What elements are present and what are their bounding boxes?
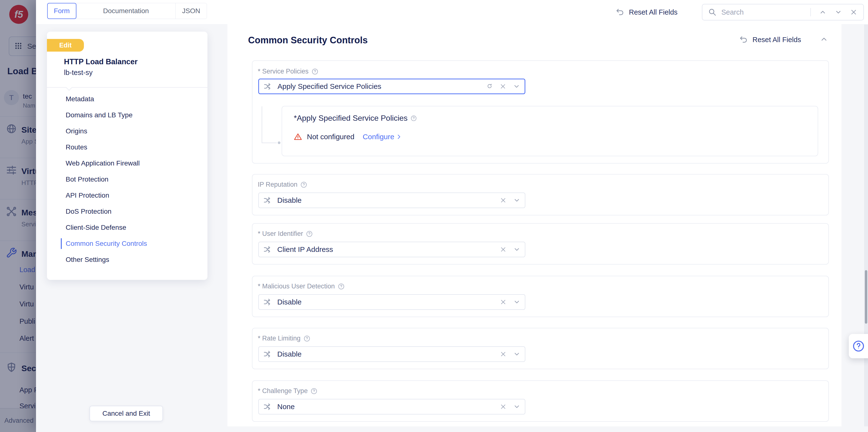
sidebar-item-manage[interactable]: Man	[22, 249, 36, 259]
help-circle-icon[interactable]	[410, 115, 417, 121]
section-collapse-icon[interactable]	[820, 35, 828, 43]
clear-icon[interactable]	[500, 351, 506, 357]
tree-connector	[262, 143, 277, 143]
sidebar-item-sites[interactable]: Sites	[22, 125, 36, 135]
clear-icon[interactable]	[500, 83, 506, 90]
sidebar-item-virtual-subtitle: HTTP	[22, 179, 36, 187]
nav-item-waf[interactable]: Web Application Firewall	[47, 155, 208, 171]
help-fab[interactable]	[849, 334, 868, 358]
tenant-avatar[interactable]: T	[4, 90, 19, 105]
nav-item-label: Bot Protection	[66, 175, 108, 183]
branch-icon	[263, 298, 272, 307]
nav-item-other-settings[interactable]: Other Settings	[47, 252, 208, 268]
object-name: lb-test-sy	[64, 69, 93, 77]
cancel-and-exit-button[interactable]: Cancel and Exit	[90, 406, 163, 421]
nav-item-routes[interactable]: Routes	[47, 139, 208, 155]
configure-link[interactable]: Configure	[363, 133, 402, 141]
reset-all-fields-button[interactable]: Reset All Fields	[616, 0, 678, 24]
chevron-down-icon[interactable]	[513, 350, 521, 358]
scrollbar-track[interactable]	[864, 24, 868, 426]
field-card-malicious-user-detection: * Malicious User Detection Disable	[252, 276, 829, 317]
sliders-icon	[6, 165, 17, 176]
clear-icon[interactable]	[500, 246, 506, 253]
chevron-right-icon	[396, 134, 402, 140]
help-circle-icon[interactable]	[311, 388, 317, 395]
chevron-down-icon[interactable]	[513, 246, 521, 253]
field-card-rate-limiting: * Rate Limiting Disable	[252, 328, 829, 369]
user-identifier-select[interactable]: Client IP Address	[258, 242, 525, 257]
clear-icon[interactable]	[500, 404, 506, 410]
sidebar-item-security[interactable]: Secu	[22, 364, 36, 373]
field-card-challenge-type: * Challenge Type None	[252, 380, 829, 422]
app-screen: f5 Sele Load Ba T tec Nam Sites App S Vi…	[0, 0, 868, 432]
help-circle-icon[interactable]	[300, 181, 307, 188]
nav-item-api-protection[interactable]: API Protection	[47, 188, 208, 203]
challenge-type-select[interactable]: None	[258, 399, 525, 414]
nav-item-metadata[interactable]: Metadata	[47, 91, 208, 107]
nested-title-row: *Apply Specified Service Policies	[294, 114, 417, 123]
malicious-user-detection-select[interactable]: Disable	[258, 294, 525, 310]
ip-reputation-select[interactable]: Disable	[258, 193, 525, 208]
divider	[0, 240, 36, 241]
chevron-down-icon[interactable]	[513, 403, 521, 410]
sidebar-link-virtual-2[interactable]: Virtu	[20, 300, 34, 308]
chevron-down-icon[interactable]	[513, 197, 521, 204]
nav-item-label: Routes	[66, 143, 87, 151]
tab-documentation[interactable]: Documentation	[76, 3, 176, 19]
undo-icon	[739, 35, 748, 44]
sidebar-item-mesh[interactable]: Mes	[22, 208, 36, 217]
sidebar-link-alerts[interactable]: Alert	[20, 335, 34, 342]
form-nav-panel: Edit HTTP Load Balancer lb-test-sy Metad…	[47, 32, 208, 280]
field-label-row: * Service Policies	[258, 68, 318, 75]
nav-item-client-side-defense[interactable]: Client-Side Defense	[47, 220, 208, 236]
refresh-icon[interactable]	[486, 83, 493, 90]
advanced-nav-label[interactable]: Advanced	[4, 417, 34, 425]
search-close-icon[interactable]	[850, 9, 857, 16]
reset-all-fields-label: Reset All Fields	[629, 8, 678, 16]
field-label: * Challenge Type	[258, 387, 308, 395]
wrench-icon	[6, 247, 17, 258]
active-indicator-bar	[61, 238, 62, 249]
field-card-ip-reputation: IP Reputation Disable	[252, 174, 829, 215]
sidebar-link-published[interactable]: Publi	[20, 317, 35, 325]
nav-item-domains-lb-type[interactable]: Domains and LB Type	[47, 107, 208, 123]
field-card-service-policies: * Service Policies Apply Specified Servi…	[252, 60, 829, 164]
app-selector-button[interactable]: Sele	[9, 36, 36, 56]
clear-icon[interactable]	[500, 197, 506, 203]
help-circle-icon	[852, 340, 865, 352]
object-type-title: HTTP Load Balancer	[64, 57, 138, 66]
field-label: * User Identifier	[258, 230, 303, 237]
chevron-down-icon[interactable]	[513, 298, 521, 306]
sidebar-footer: Advanced	[0, 408, 36, 432]
nav-item-dos-protection[interactable]: DoS Protection	[47, 203, 208, 220]
field-card-user-identifier: * User Identifier Client IP Address	[252, 223, 829, 264]
tenant-name: tec	[23, 92, 32, 100]
service-policies-select[interactable]: Apply Specified Service Policies	[258, 79, 525, 94]
search-input[interactable]	[721, 8, 810, 17]
field-label: * Rate Limiting	[258, 335, 301, 342]
sidebar-link-virtual-1[interactable]: Virtu	[20, 283, 34, 291]
nav-item-bot-protection[interactable]: Bot Protection	[47, 171, 208, 188]
nav-item-origins[interactable]: Origins	[47, 123, 208, 139]
sidebar-link-app-firewall[interactable]: App F	[20, 386, 36, 394]
select-value: Disable	[277, 350, 495, 358]
sidebar-link-load-balancers[interactable]: Load	[20, 266, 35, 274]
help-circle-icon[interactable]	[304, 335, 310, 342]
chevron-down-icon[interactable]	[513, 83, 520, 90]
f5-logo[interactable]: f5	[9, 5, 28, 24]
help-circle-icon[interactable]	[312, 68, 318, 75]
branch-icon	[264, 82, 272, 91]
help-circle-icon[interactable]	[306, 230, 313, 237]
section-reset-all-fields-button[interactable]: Reset All Fields	[739, 31, 801, 48]
search-prev-icon[interactable]	[819, 8, 827, 16]
search-next-icon[interactable]	[835, 8, 842, 16]
help-circle-icon[interactable]	[338, 283, 345, 290]
nav-item-common-security-controls[interactable]: Common Security Controls	[47, 236, 208, 252]
clear-icon[interactable]	[500, 299, 506, 305]
scrollbar-thumb[interactable]	[865, 270, 867, 324]
tab-json[interactable]: JSON	[175, 3, 207, 19]
rate-limiting-select[interactable]: Disable	[258, 346, 525, 362]
sidebar-item-virtual[interactable]: Virtu	[22, 167, 36, 176]
section-heading: Common Security Controls	[248, 35, 368, 46]
tab-form[interactable]: Form	[47, 3, 76, 19]
